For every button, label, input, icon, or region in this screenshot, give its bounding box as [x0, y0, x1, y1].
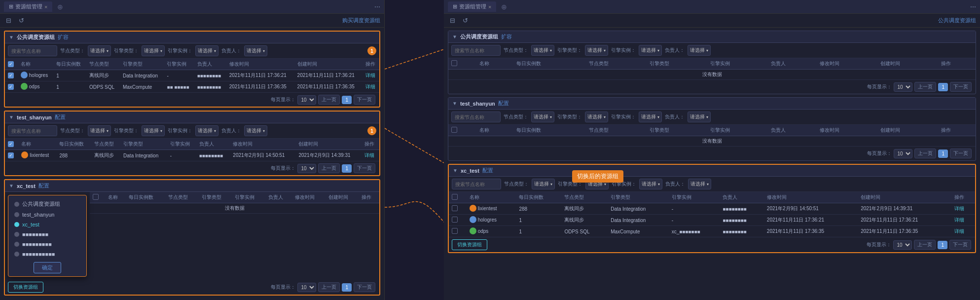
- right-shanyun-nodetype[interactable]: 请选择: [531, 112, 554, 122]
- add-tab-btn-right[interactable]: ⊕: [501, 3, 507, 11]
- dropdown-item-shanyun[interactable]: test_shanyun: [11, 210, 83, 220]
- dropdown-item-5[interactable]: ■■■■■■■■■: [11, 239, 83, 249]
- shanyun-nodetype-select[interactable]: 请选择: [88, 125, 111, 136]
- right-switch-btn[interactable]: 切换资源组: [452, 239, 487, 250]
- shanyun-select-all[interactable]: [8, 141, 14, 147]
- r-shanyun-all[interactable]: [451, 127, 457, 133]
- right-xc-chevron[interactable]: ▼: [453, 168, 458, 173]
- right-shanyun-chevron[interactable]: ▼: [452, 101, 457, 106]
- shanyun-instance-select[interactable]: 请选择: [195, 125, 218, 136]
- section-public-config[interactable]: 扩容: [58, 34, 69, 41]
- right-xc-owner[interactable]: 请选择: [688, 179, 711, 189]
- right-shanyun-owner[interactable]: 请选择: [688, 112, 711, 122]
- left-tab-close[interactable]: ×: [44, 4, 47, 10]
- right-public-owner[interactable]: 请选择: [688, 45, 711, 56]
- shanyun-owner-select[interactable]: 请选择: [244, 125, 267, 136]
- action-link[interactable]: 详细: [364, 152, 374, 158]
- right-public-chevron[interactable]: ▼: [452, 34, 457, 39]
- left-content-scroll[interactable]: ▼ 公共调度资源组 扩容 节点类型： 请选择 引擎类型： 请选择 引擎实例： 请…: [0, 28, 384, 300]
- per-page-select[interactable]: 10: [297, 283, 316, 292]
- row-checkbox[interactable]: [8, 152, 14, 158]
- action-link[interactable]: 详细: [365, 84, 375, 89]
- grid-icon[interactable]: ⊟: [4, 16, 13, 25]
- confirm-button[interactable]: 确定: [34, 262, 61, 273]
- r-public-all[interactable]: [451, 60, 457, 66]
- right-xc-nodetype[interactable]: 请选择: [532, 179, 555, 189]
- page-num[interactable]: 1: [342, 96, 352, 104]
- row-checkbox[interactable]: [452, 205, 458, 211]
- right-public-instance[interactable]: 请选择: [639, 45, 662, 56]
- options-icon[interactable]: ⋯: [374, 3, 380, 10]
- right-shanyun-engine[interactable]: 请选择: [585, 112, 608, 122]
- right-xc-instance[interactable]: 请选择: [639, 179, 662, 189]
- prev-btn[interactable]: 上一页: [318, 95, 340, 105]
- buy-resources-btn[interactable]: 购买调度资源组: [342, 17, 380, 24]
- shanyun-enginetype-select[interactable]: 请选择: [142, 125, 165, 136]
- right-shanyun-perpage[interactable]: 10: [894, 149, 912, 158]
- right-shanyun-page[interactable]: 1: [938, 150, 948, 158]
- public-nodetype-select[interactable]: 请选择: [88, 45, 111, 56]
- refresh-icon-right[interactable]: ↺: [461, 16, 470, 25]
- shanyun-search-input[interactable]: [8, 125, 57, 136]
- right-shanyun-instance[interactable]: 请选择: [639, 112, 662, 122]
- right-xc-perpage[interactable]: 10: [893, 240, 912, 250]
- section-xc-config[interactable]: 配置: [38, 182, 49, 189]
- right-shanyun-next[interactable]: 下一页: [950, 149, 972, 158]
- row-checkbox[interactable]: [452, 217, 458, 223]
- row-checkbox[interactable]: [8, 73, 14, 78]
- dropdown-item-6[interactable]: ■■■■■■■■■■: [11, 249, 83, 259]
- prev-btn[interactable]: 上一页: [318, 163, 340, 173]
- right-public-prev[interactable]: 上一页: [914, 82, 936, 92]
- section-xc-chevron[interactable]: ▼: [9, 183, 14, 188]
- row-checkbox[interactable]: [452, 228, 458, 234]
- right-public-engine[interactable]: 请选择: [585, 45, 608, 56]
- r-xc-all[interactable]: [452, 194, 458, 200]
- prev-btn[interactable]: 上一页: [318, 282, 340, 292]
- next-btn[interactable]: 下一页: [354, 95, 375, 105]
- right-public-nodetype[interactable]: 请选择: [531, 45, 554, 56]
- public-enginetype-select[interactable]: 请选择: [142, 45, 165, 56]
- action-link[interactable]: 详细: [954, 206, 964, 211]
- dropdown-item-public[interactable]: 公共调度资源组: [11, 198, 83, 210]
- next-btn[interactable]: 下一页: [354, 163, 375, 173]
- right-public-page[interactable]: 1: [938, 83, 948, 91]
- right-shanyun-config[interactable]: 配置: [498, 100, 509, 107]
- right-xc-prev[interactable]: 上一页: [914, 240, 936, 250]
- action-link[interactable]: 详细: [954, 217, 964, 223]
- per-page-select[interactable]: 10: [297, 95, 316, 105]
- right-xc-config[interactable]: 配置: [482, 167, 493, 174]
- section-public-chevron[interactable]: ▼: [9, 35, 14, 40]
- buy-resources-btn-right[interactable]: 公共调度资源组: [938, 17, 976, 24]
- public-owner-select[interactable]: 请选择: [244, 45, 267, 56]
- public-select-all[interactable]: [8, 61, 14, 67]
- action-link[interactable]: 详细: [365, 73, 375, 78]
- right-xc-next[interactable]: 下一页: [949, 240, 971, 250]
- next-btn[interactable]: 下一页: [354, 282, 375, 292]
- options-icon-right[interactable]: ⋯: [970, 3, 976, 10]
- grid-icon-right[interactable]: ⊟: [448, 16, 457, 25]
- right-tab-close[interactable]: ×: [488, 4, 491, 10]
- right-xc-page[interactable]: 1: [938, 241, 947, 249]
- dropdown-item-xc[interactable]: xc_test: [11, 220, 83, 229]
- public-search-input[interactable]: [8, 45, 57, 56]
- section-shanyun-config[interactable]: 配置: [55, 113, 66, 121]
- right-xc-search[interactable]: [452, 179, 501, 189]
- left-tab[interactable]: ⊞ 资源组管理 ×: [4, 1, 52, 12]
- row-checkbox[interactable]: [8, 84, 14, 90]
- right-public-search[interactable]: [451, 45, 501, 56]
- add-tab-btn[interactable]: ⊕: [57, 3, 63, 11]
- per-page-select[interactable]: 10: [297, 164, 316, 173]
- public-instance-select[interactable]: 请选择: [195, 45, 218, 56]
- right-public-perpage[interactable]: 10: [894, 82, 912, 92]
- dropdown-item-4[interactable]: ■■■■■■■■: [11, 229, 83, 239]
- refresh-icon[interactable]: ↺: [17, 16, 26, 25]
- right-shanyun-search[interactable]: [451, 112, 501, 122]
- action-link[interactable]: 详细: [954, 228, 964, 234]
- right-tab[interactable]: ⊞ 资源组管理 ×: [448, 1, 496, 12]
- right-shanyun-prev[interactable]: 上一页: [914, 149, 936, 158]
- right-content-scroll[interactable]: ▼ 公共调度资源组 扩容 节点类型： 请选择 引擎类型： 请选择 引擎实例： 请…: [444, 28, 980, 300]
- right-public-config[interactable]: 扩容: [501, 33, 512, 40]
- xc-select-all[interactable]: [93, 194, 99, 200]
- switch-resources-btn[interactable]: 切换资源组: [8, 282, 43, 293]
- right-public-next[interactable]: 下一页: [950, 82, 972, 92]
